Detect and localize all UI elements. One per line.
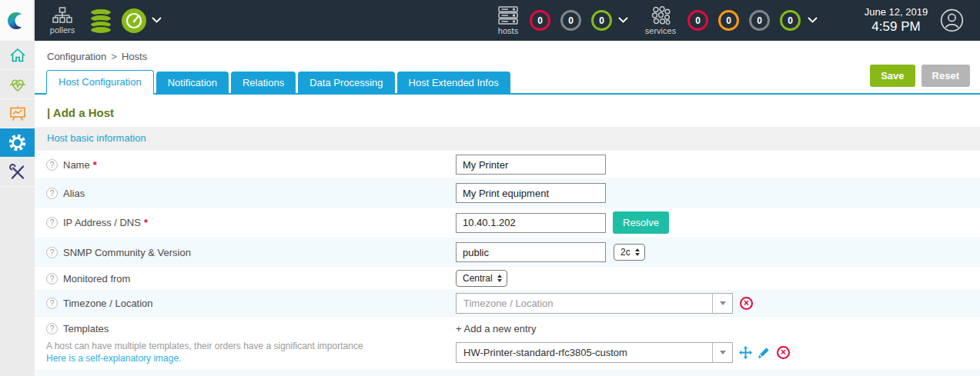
monitored-from-value: Central	[463, 273, 493, 284]
form-row-create-services: ? Create Services linked to the Template…	[35, 370, 980, 376]
chevron-down-icon	[808, 17, 818, 24]
monitored-from-select[interactable]: Central	[456, 270, 507, 287]
reset-button[interactable]: Reset	[921, 65, 970, 87]
move-icon	[739, 346, 752, 359]
centreon-logo[interactable]	[0, 0, 35, 41]
help-icon[interactable]: ?	[46, 273, 58, 284]
tab-data-processing[interactable]: Data Processing	[298, 72, 394, 93]
services-dropdown[interactable]	[808, 0, 818, 41]
help-icon[interactable]: ?	[46, 323, 58, 334]
sidebar-item-reporting[interactable]	[0, 99, 35, 128]
poller-health-status[interactable]	[121, 0, 147, 41]
chart-board-icon	[8, 105, 27, 123]
snmp-community-input[interactable]	[456, 242, 606, 262]
required-marker: *	[93, 159, 97, 171]
help-icon[interactable]: ?	[46, 298, 58, 309]
combo-arrow[interactable]	[712, 294, 732, 313]
tab-notification[interactable]: Notification	[156, 72, 229, 93]
form-row-ip-address: ? IP Address / DNS * Resolve	[35, 207, 980, 238]
form-actions: Save Reset	[864, 65, 970, 87]
templates-field-cell: + Add a new entry HW-Printer-standard-rf…	[456, 323, 790, 363]
breadcrumb-hosts[interactable]: Hosts	[122, 51, 147, 62]
alias-label: Alias	[63, 188, 85, 199]
user-menu[interactable]	[940, 0, 964, 41]
hosts-icon	[498, 6, 518, 25]
hosts-up-count[interactable]: 0	[591, 10, 612, 31]
resolve-button[interactable]: Resolve	[613, 211, 669, 234]
sidebar-item-administration[interactable]	[0, 158, 35, 187]
sidebar-item-monitoring[interactable]	[0, 70, 35, 99]
pollers-status[interactable]: pollers	[45, 0, 80, 41]
services-warning-count[interactable]: 0	[718, 10, 739, 31]
chevron-down-icon	[618, 17, 628, 24]
sidebar-nav	[0, 41, 35, 376]
chevron-down-icon	[720, 301, 726, 305]
database-status[interactable]	[87, 0, 115, 41]
tab-host-extended-infos[interactable]: Host Extended Infos	[397, 72, 510, 93]
user-avatar-icon	[940, 8, 964, 32]
hosts-status-group: hosts	[490, 0, 526, 41]
top-bar: pollers	[0, 0, 980, 41]
templates-help-link[interactable]: Here is a self-explanatory image.	[46, 353, 456, 364]
chevron-down-icon	[152, 17, 162, 24]
pollers-icon	[52, 7, 72, 24]
current-time: 4:59 PM	[853, 19, 939, 35]
sidebar-item-home[interactable]	[0, 41, 35, 70]
required-marker: *	[144, 217, 148, 228]
services-ok-count[interactable]: 0	[780, 10, 801, 31]
poller-dropdown[interactable]	[152, 0, 162, 41]
form-row-monitored-from: ? Monitored from Central	[35, 266, 980, 290]
templates-description: A host can have multiple templates, thei…	[46, 339, 456, 353]
ip-label-cell: ? IP Address / DNS *	[46, 217, 456, 228]
services-icon	[651, 6, 671, 25]
template-delete-icon[interactable]: ×	[777, 346, 790, 359]
hosts-down-count[interactable]: 0	[530, 10, 550, 31]
templates-label-cell: ? Templates A host can have multiple tem…	[46, 323, 456, 364]
snmp-label-cell: ? SNMP Community & Version	[46, 247, 456, 258]
help-icon[interactable]: ?	[46, 188, 58, 199]
help-icon[interactable]: ?	[46, 217, 58, 228]
sidebar-item-configuration[interactable]	[0, 128, 35, 158]
combo-arrow[interactable]	[712, 343, 732, 362]
hosts-dropdown[interactable]	[618, 0, 628, 41]
hosts-unreachable-count[interactable]: 0	[560, 10, 581, 31]
help-icon[interactable]: ?	[46, 159, 58, 171]
template-selected-value: HW-Printer-standard-rfc3805-custom	[457, 347, 712, 358]
form-row-name: ? Name *	[35, 150, 980, 178]
timezone-combobox[interactable]: Timezone / Location	[456, 293, 733, 314]
services-unknown-count[interactable]: 0	[749, 10, 770, 31]
tab-relations[interactable]: Relations	[231, 72, 296, 93]
tab-bar: Host Configuration Notification Relation…	[35, 71, 980, 95]
template-combobox[interactable]: HW-Printer-standard-rfc3805-custom	[456, 342, 733, 363]
name-input[interactable]	[456, 155, 606, 175]
breadcrumb-configuration[interactable]: Configuration	[47, 51, 106, 62]
add-template-entry-button[interactable]: + Add a new entry	[456, 323, 790, 334]
pollers-label: pollers	[50, 25, 75, 35]
section-header-host-basic-information: Host basic information	[35, 127, 980, 150]
save-button[interactable]: Save	[870, 65, 915, 87]
snmp-label: SNMP Community & Version	[63, 247, 191, 258]
form-row-timezone: ? Timezone / Location Timezone / Locatio…	[35, 290, 980, 316]
timezone-clear-icon[interactable]: ×	[740, 297, 753, 310]
services-critical-count[interactable]: 0	[687, 10, 708, 31]
name-label: Name	[63, 159, 90, 171]
ip-address-label: IP Address / DNS	[63, 217, 141, 228]
timezone-placeholder: Timezone / Location	[457, 298, 712, 309]
select-spinner-icon	[497, 275, 502, 282]
gauge-icon	[121, 8, 147, 34]
alias-label-cell: ? Alias	[46, 188, 456, 199]
help-icon[interactable]: ?	[46, 247, 58, 258]
ip-address-input[interactable]	[456, 213, 606, 233]
template-edit-button[interactable]	[758, 347, 770, 358]
snmp-version-value: 2c	[620, 247, 630, 258]
alias-input[interactable]	[456, 183, 606, 203]
form-row-alias: ? Alias	[35, 178, 980, 207]
gear-icon	[8, 133, 27, 152]
snmp-version-select[interactable]: 2c	[614, 244, 645, 261]
breadcrumb-separator: >	[111, 51, 117, 62]
heartbeat-icon	[8, 75, 27, 94]
pencil-icon	[758, 347, 770, 358]
template-move-handle[interactable]	[739, 346, 752, 359]
monitored-from-label: Monitored from	[63, 273, 130, 284]
tab-host-configuration[interactable]: Host Configuration	[46, 70, 154, 95]
